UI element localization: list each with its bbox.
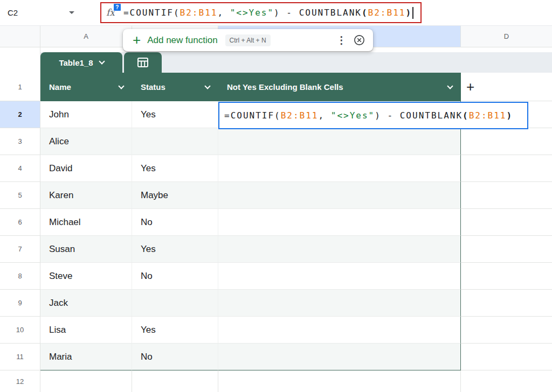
- row-number[interactable]: 7: [0, 236, 40, 263]
- cell-status[interactable]: Yes: [132, 236, 218, 263]
- table-row: 4DavidYes: [0, 155, 552, 182]
- table-name: Table1_8: [59, 58, 93, 67]
- row-number[interactable]: 11: [0, 344, 40, 370]
- row-header-spacer: [0, 47, 40, 73]
- cell-name[interactable]: Alice: [40, 128, 132, 155]
- cell-status[interactable]: Yes: [132, 155, 218, 182]
- table-row: 10LisaYes: [0, 317, 552, 344]
- table-header-row: 1 Name Status Not Yes Excluding Blank Ce…: [0, 73, 552, 101]
- chevron-down-icon[interactable]: [204, 83, 210, 89]
- cell-status[interactable]: No: [132, 344, 218, 370]
- add-column-cell: +: [461, 73, 552, 101]
- table-row: 8SteveNo: [0, 263, 552, 290]
- table-row: 3Alice: [0, 128, 552, 155]
- cell-name[interactable]: Maria: [40, 344, 132, 370]
- cell-empty[interactable]: [132, 370, 218, 392]
- cell-empty[interactable]: [461, 370, 552, 392]
- cell-name[interactable]: Susan: [40, 236, 132, 263]
- table-grid-icon: [137, 58, 148, 67]
- cell-status[interactable]: Yes: [132, 317, 218, 344]
- formula-bar: C2 fx ? =COUNTIF(B2:B11, "<>Yes") - COUN…: [0, 0, 552, 26]
- cell-d[interactable]: [461, 263, 552, 290]
- row-number[interactable]: 5: [0, 182, 40, 209]
- add-function-popup: + Add new function Ctrl + Alt + N ⋮: [123, 29, 373, 51]
- cell-d[interactable]: [461, 155, 552, 182]
- cell-name[interactable]: Jack: [40, 290, 132, 317]
- cell-c[interactable]: [218, 236, 461, 263]
- cell-d[interactable]: [461, 317, 552, 344]
- cell-c[interactable]: [218, 263, 461, 290]
- row-number[interactable]: 6: [0, 209, 40, 236]
- formula-highlight-outline: fx ? =COUNTIF(B2:B11, "<>Yes") - COUNTBL…: [100, 2, 422, 23]
- chevron-down-icon[interactable]: [447, 83, 453, 89]
- cell-d[interactable]: [461, 128, 552, 155]
- row-number[interactable]: 2: [0, 101, 40, 128]
- text-caret: [412, 7, 413, 19]
- select-all-corner[interactable]: [0, 26, 40, 47]
- cell-formula-text: =COUNTIF(B2:B11, "<>Yes") - COUNTBLANK(B…: [224, 110, 513, 121]
- header-label: Status: [141, 82, 165, 92]
- cell-status[interactable]: Maybe: [132, 182, 218, 209]
- cell-status[interactable]: Yes: [132, 101, 218, 128]
- cell-d[interactable]: [461, 344, 552, 370]
- cell-c[interactable]: [218, 317, 461, 344]
- formula-help-badge[interactable]: ?: [113, 3, 121, 11]
- header-cell-name[interactable]: Name: [40, 73, 132, 101]
- shortcut-badge: Ctrl + Alt + N: [225, 34, 271, 46]
- cell-c[interactable]: [218, 182, 461, 209]
- cell-status[interactable]: No: [132, 263, 218, 290]
- table-row: 5KarenMaybe: [0, 182, 552, 209]
- header-cell-status[interactable]: Status: [132, 73, 218, 101]
- table-row: 6MichaelNo: [0, 209, 552, 236]
- name-box[interactable]: C2: [0, 0, 82, 25]
- table-row: 11MariaNo: [0, 344, 552, 370]
- cell-empty[interactable]: [218, 370, 461, 392]
- row-number[interactable]: 10: [0, 317, 40, 344]
- cell-c[interactable]: [218, 209, 461, 236]
- cell-name[interactable]: Michael: [40, 209, 132, 236]
- table-menu-button[interactable]: [124, 52, 162, 73]
- cell-status[interactable]: No: [132, 209, 218, 236]
- plus-icon[interactable]: +: [133, 33, 141, 47]
- more-options-icon[interactable]: ⋮: [330, 34, 353, 46]
- row-number[interactable]: 12: [0, 370, 40, 392]
- row-number[interactable]: 3: [0, 128, 40, 155]
- chevron-down-icon[interactable]: [118, 83, 124, 89]
- add-column-button[interactable]: +: [466, 80, 474, 94]
- cell-c[interactable]: [218, 344, 461, 370]
- cell-name[interactable]: Steve: [40, 263, 132, 290]
- fx-icon: fx ?: [106, 8, 115, 17]
- cell-name[interactable]: John: [40, 101, 132, 128]
- formula-input[interactable]: =COUNTIF(B2:B11, "<>Yes") - COUNTBLANK(B…: [123, 8, 412, 18]
- cell-name[interactable]: Karen: [40, 182, 132, 209]
- cell-d[interactable]: [461, 209, 552, 236]
- row-number[interactable]: 4: [0, 155, 40, 182]
- active-cell-editor[interactable]: =COUNTIF(B2:B11, "<>Yes") - COUNTBLANK(B…: [218, 102, 528, 129]
- row-number[interactable]: 8: [0, 263, 40, 290]
- column-header-a[interactable]: A: [40, 26, 132, 47]
- row-number[interactable]: 1: [0, 73, 40, 101]
- add-function-label[interactable]: Add new function: [147, 35, 217, 46]
- header-cell-not-yes[interactable]: Not Yes Excluding Blank Cells: [218, 73, 461, 101]
- cell-d[interactable]: [461, 290, 552, 317]
- chevron-down-icon: [99, 58, 105, 64]
- cell-status[interactable]: [132, 290, 218, 317]
- table-row: 9Jack: [0, 290, 552, 317]
- column-header-d[interactable]: D: [461, 26, 552, 47]
- cell-empty[interactable]: [40, 370, 132, 392]
- after-table-row: 12: [0, 370, 552, 392]
- cell-c[interactable]: [218, 155, 461, 182]
- name-box-dropdown-icon[interactable]: [69, 11, 74, 14]
- cell-c[interactable]: [218, 128, 461, 155]
- row-number[interactable]: 9: [0, 290, 40, 317]
- cell-status[interactable]: [132, 128, 218, 155]
- cell-name[interactable]: Lisa: [40, 317, 132, 344]
- close-icon[interactable]: [353, 34, 365, 46]
- cell-name[interactable]: David: [40, 155, 132, 182]
- cell-d[interactable]: [461, 236, 552, 263]
- name-box-value: C2: [8, 8, 18, 17]
- header-label: Name: [49, 82, 71, 92]
- cell-c[interactable]: [218, 290, 461, 317]
- cell-d[interactable]: [461, 182, 552, 209]
- table-name-tab[interactable]: Table1_8: [40, 52, 122, 73]
